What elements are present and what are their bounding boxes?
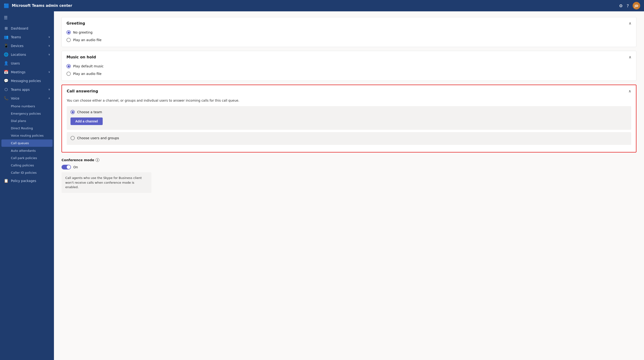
radio-play-audio-music[interactable] <box>66 72 71 76</box>
sub-item-label: Call park policies <box>11 156 37 160</box>
sub-item-label: Auto attendants <box>11 149 36 152</box>
greeting-section-body: No greeting Play an audio file <box>62 29 636 47</box>
conference-mode-toggle[interactable] <box>62 165 71 169</box>
choose-users-radio-item[interactable]: Choose users and groups <box>70 136 628 140</box>
settings-icon[interactable]: ⚙ <box>619 3 623 8</box>
radio-choose-team[interactable] <box>70 110 75 114</box>
help-icon[interactable]: ? <box>626 3 629 8</box>
sidebar-item-direct-routing[interactable]: Direct Routing <box>0 125 54 132</box>
greeting-option-play-audio[interactable]: Play an audio file <box>66 38 632 42</box>
music-option-audio-file[interactable]: Play an audio file <box>66 72 632 76</box>
radio-play-default[interactable] <box>66 64 71 68</box>
sidebar-item-auto-attendants[interactable]: Auto attendants <box>0 147 54 154</box>
app-title: Microsoft Teams admin center <box>12 3 616 8</box>
greeting-collapse-icon[interactable]: ∧ <box>628 21 632 25</box>
sidebar-item-caller-id-policies[interactable]: Caller ID policies <box>0 169 54 176</box>
add-channel-button[interactable]: Add a channel <box>70 117 103 125</box>
music-collapse-icon[interactable]: ∧ <box>628 55 632 59</box>
locations-icon: 🌐 <box>4 52 8 57</box>
sidebar-item-meetings[interactable]: 📅 Meetings ∨ <box>0 68 54 76</box>
sidebar-item-users[interactable]: 👤 Users <box>0 59 54 68</box>
voice-icon: 📞 <box>4 96 8 100</box>
sidebar-item-label: Devices <box>11 44 46 48</box>
chevron-down-icon: ∨ <box>48 88 50 91</box>
conference-mode-info-icon[interactable]: i <box>96 158 99 162</box>
sidebar-item-voice-routing-policies[interactable]: Voice routing policies <box>0 132 54 139</box>
sub-item-label: Caller ID policies <box>11 171 37 174</box>
sub-item-label: Call queues <box>11 141 29 145</box>
call-answering-header[interactable]: Call answering ∧ <box>62 85 636 97</box>
choose-team-radio-item[interactable]: Choose a team <box>70 110 628 114</box>
chevron-down-icon: ∨ <box>48 35 50 38</box>
chevron-down-icon: ∨ <box>48 53 50 56</box>
greeting-section: Greeting ∧ No greeting Play an audio fil… <box>62 17 636 47</box>
sidebar-item-dial-plans[interactable]: Dial plans <box>0 117 54 125</box>
main-content: Greeting ∧ No greeting Play an audio fil… <box>54 11 644 360</box>
sidebar-item-teams-apps[interactable]: ⬡ Teams apps ∨ <box>0 85 54 94</box>
sub-item-label: Calling policies <box>11 164 34 167</box>
sidebar-item-call-queues[interactable]: Call queues <box>2 139 52 147</box>
sidebar-item-label: Voice <box>11 96 46 100</box>
avatar[interactable]: JD <box>633 2 640 9</box>
radio-no-greeting[interactable] <box>66 30 71 34</box>
music-option-default[interactable]: Play default music <box>66 64 632 68</box>
play-audio-greeting-label: Play an audio file <box>73 38 102 42</box>
call-answering-description: You can choose either a channel, or grou… <box>67 98 631 103</box>
sidebar-item-emergency-policies[interactable]: Emergency policies <box>0 110 54 117</box>
play-audio-music-label: Play an audio file <box>73 72 102 76</box>
greeting-option-no-greeting[interactable]: No greeting <box>66 30 632 34</box>
users-icon: 👤 <box>4 61 8 65</box>
sidebar-item-devices[interactable]: 📱 Devices ∨ <box>0 41 54 50</box>
conference-mode-info-box: Call agents who use the Skype for Busine… <box>62 172 152 193</box>
sidebar-item-locations[interactable]: 🌐 Locations ∨ <box>0 50 54 59</box>
teams-icon: 👥 <box>4 35 8 39</box>
topbar: 🟦 Microsoft Teams admin center ⚙ ? JD <box>0 0 644 11</box>
sidebar-item-phone-numbers[interactable]: Phone numbers <box>0 103 54 110</box>
policy-icon: 📋 <box>4 178 8 183</box>
sidebar-item-voice[interactable]: 📞 Voice ∧ <box>0 94 54 103</box>
sub-item-label: Emergency policies <box>11 112 41 115</box>
music-section-header[interactable]: Music on hold ∧ <box>62 51 636 63</box>
dashboard-icon: ⊞ <box>4 26 8 30</box>
sidebar-item-call-park-policies[interactable]: Call park policies <box>0 154 54 162</box>
call-answering-collapse-icon[interactable]: ∧ <box>628 89 631 93</box>
sidebar-item-messaging[interactable]: 💬 Messaging policies <box>0 76 54 85</box>
sidebar-item-policy-packages[interactable]: 📋 Policy packages <box>0 176 54 185</box>
meetings-icon: 📅 <box>4 70 8 74</box>
sidebar-item-dashboard[interactable]: ⊞ Dashboard <box>0 24 54 33</box>
music-radio-group: Play default music Play an audio file <box>66 64 632 76</box>
conference-mode-label: Conference mode i <box>62 158 636 162</box>
sub-item-label: Voice routing policies <box>11 134 44 137</box>
choose-team-option-box: Choose a team Add a channel <box>67 106 631 130</box>
no-greeting-label: No greeting <box>73 30 92 34</box>
sidebar-item-label: Teams apps <box>11 88 46 91</box>
sub-item-label: Direct Routing <box>11 126 33 130</box>
devices-icon: 📱 <box>4 43 8 48</box>
sidebar-item-teams[interactable]: 👥 Teams ∨ <box>0 33 54 41</box>
call-answering-section: Call answering ∧ You can choose either a… <box>62 85 636 152</box>
choose-users-label: Choose users and groups <box>77 136 119 140</box>
sub-item-label: Dial plans <box>11 119 26 123</box>
call-answering-title: Call answering <box>67 89 98 93</box>
conference-mode-toggle-row: On <box>62 165 636 169</box>
sidebar-item-label: Meetings <box>11 70 46 74</box>
music-title: Music on hold <box>66 55 96 59</box>
play-default-label: Play default music <box>73 64 104 68</box>
chevron-up-icon: ∧ <box>48 97 50 100</box>
sidebar-item-label: Users <box>11 61 50 65</box>
sidebar-item-label: Teams <box>11 35 46 39</box>
radio-choose-users[interactable] <box>70 136 75 140</box>
radio-play-audio-greeting[interactable] <box>66 38 71 42</box>
sidebar-item-label: Locations <box>11 53 46 56</box>
hamburger-menu[interactable]: ☰ <box>0 13 54 24</box>
choose-team-label: Choose a team <box>77 110 102 114</box>
ms-teams-logo-icon: 🟦 <box>4 3 9 8</box>
greeting-radio-group: No greeting Play an audio file <box>66 30 632 42</box>
topbar-actions: ⚙ ? JD <box>619 2 640 9</box>
sidebar-item-label: Messaging policies <box>11 79 50 83</box>
greeting-section-header[interactable]: Greeting ∧ <box>62 17 636 29</box>
music-section-body: Play default music Play an audio file <box>62 63 636 81</box>
sidebar-item-calling-policies[interactable]: Calling policies <box>0 162 54 169</box>
call-answering-body: You can choose either a channel, or grou… <box>62 97 636 152</box>
choose-users-option-box: Choose users and groups <box>67 132 631 145</box>
